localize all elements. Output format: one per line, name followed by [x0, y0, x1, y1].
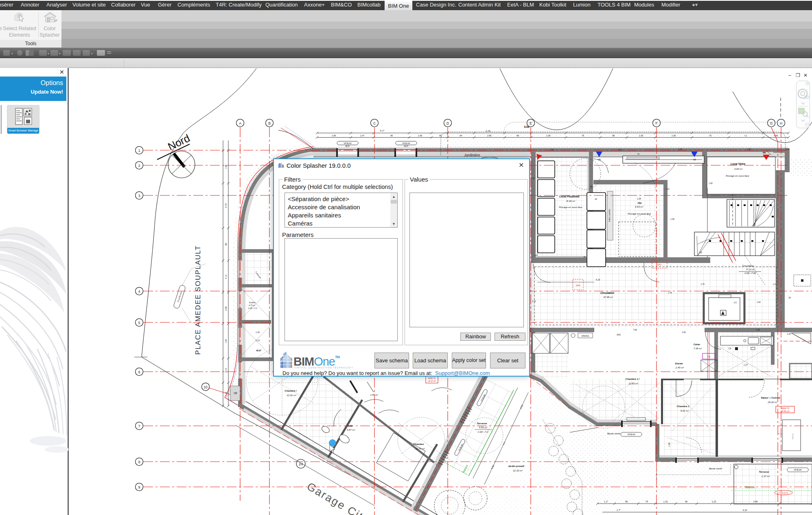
svg-text:2.72: 2.72	[532, 300, 536, 302]
svg-text:Circulation: Circulation	[600, 291, 614, 294]
svg-text:Flocage en sous-face: Flocage en sous-face	[559, 206, 582, 208]
svg-text:3.87 m²: 3.87 m²	[347, 429, 355, 431]
svg-text:26: 26	[534, 254, 537, 257]
svg-text:1.52: 1.52	[757, 301, 761, 303]
svg-text:Chambre 2: Chambre 2	[676, 405, 689, 408]
svg-text:Fenêtre: Fenêtre	[249, 302, 256, 304]
svg-text:hs: hs	[637, 153, 640, 155]
svg-text:96: 96	[612, 134, 615, 137]
svg-text:G: G	[770, 121, 773, 125]
svg-text:VB: VB	[598, 158, 601, 161]
svg-text:26: 26	[788, 296, 791, 299]
svg-text:6.1*: 6.1*	[380, 129, 385, 132]
svg-text:1.18: 1.18	[256, 331, 260, 333]
svg-text:7.04 5.73: 7.04 5.73	[779, 492, 788, 494]
svg-text:1.26: 1.26	[786, 148, 790, 150]
svg-text:6.19: 6.19	[743, 509, 747, 511]
svg-text:VR.BLAN: VR.BLAN	[794, 469, 801, 471]
svg-text:1.1*: 1.1*	[604, 500, 608, 503]
svg-text:1.37 m²: 1.37 m²	[762, 475, 770, 478]
svg-text:1.97: 1.97	[531, 177, 535, 180]
svg-text:CA1: CA1	[657, 263, 662, 266]
svg-text:1.22: 1.22	[712, 500, 716, 503]
svg-text:h.GF ~7.66: h.GF ~7.66	[744, 272, 756, 274]
svg-text:12.01 m²: 12.01 m²	[287, 394, 297, 397]
svg-text:Jardin privatif: Jardin privatif	[508, 465, 525, 467]
svg-text:3.36: 3.36	[550, 149, 554, 151]
svg-text:1.3: 1.3	[773, 283, 776, 285]
svg-text:Bande sterile: Bande sterile	[709, 467, 722, 470]
svg-text:26: 26	[583, 256, 586, 258]
svg-text:VR.BLAN: VR.BLAN	[344, 142, 351, 145]
svg-text:Gaine courettes: Gaine courettes	[608, 208, 611, 222]
svg-text:6: 6	[138, 370, 140, 374]
svg-text:h.GF ~7.1²: h.GF ~7.1²	[478, 431, 489, 433]
svg-text:75: 75	[582, 134, 584, 137]
svg-text:9: 9	[138, 485, 140, 489]
svg-text:3.13: 3.13	[225, 368, 227, 373]
svg-text:2D: 2D	[804, 95, 810, 100]
svg-text:96: 96	[625, 500, 628, 503]
svg-text:CF: CF	[729, 347, 731, 350]
svg-text:7.38 m²: 7.38 m²	[694, 347, 702, 350]
svg-text:1.36: 1.36	[546, 134, 551, 137]
svg-text:+1: +1	[744, 134, 747, 137]
svg-text:1.11: 1.11	[665, 188, 670, 190]
svg-text:5: 5	[138, 321, 140, 325]
svg-text:1.13: 1.13	[225, 392, 227, 397]
svg-text:96: 96	[439, 134, 442, 137]
svg-text:8: 8	[138, 460, 140, 464]
svg-text:Flocage en sous-face: Flocage en sous-face	[726, 175, 749, 177]
svg-text:Local Vélos: Local Vélos	[731, 162, 746, 165]
svg-text:E: E	[530, 121, 532, 125]
svg-text:6.15: 6.15	[596, 278, 600, 281]
svg-text:PLACE AMEDEE SOUPLAULT: PLACE AMEDEE SOUPLAULT	[194, 245, 202, 355]
svg-text:D: D	[446, 121, 449, 125]
svg-text:259x621: 259x621	[581, 335, 589, 337]
svg-text:1.90: 1.90	[682, 331, 686, 333]
svg-text:1.96: 1.96	[332, 134, 336, 137]
svg-text:Celier: Celier	[694, 343, 700, 346]
svg-text:3.36: 3.36	[618, 149, 622, 151]
svg-text:1.13: 1.13	[256, 339, 260, 342]
svg-text:VB: VB	[693, 158, 696, 161]
svg-text:1.28: 1.28	[670, 218, 674, 220]
svg-text:98: 98	[225, 243, 227, 245]
svg-text:7.66: 7.66	[633, 329, 637, 331]
svg-text:8.68: 8.68	[524, 125, 530, 128]
svg-text:1: 1	[138, 149, 140, 153]
svg-text:96: 96	[517, 134, 519, 137]
svg-text:96: 96	[685, 500, 687, 503]
svg-text:+0.17 m²: +0.17 m²	[428, 380, 436, 382]
svg-text:9.31 m²: 9.31 m²	[681, 410, 689, 412]
svg-text:6AD: 6AD	[617, 333, 621, 336]
svg-text:64: 64	[460, 134, 462, 137]
svg-text:Porte: Porte	[792, 434, 794, 440]
svg-text:Terrasse: Terrasse	[477, 422, 487, 425]
svg-text:2.7*: 2.7*	[617, 509, 621, 511]
svg-text:1.54 m²: 1.54 m²	[370, 394, 378, 396]
svg-text:VR.BLAN: VR.BLAN	[627, 434, 635, 436]
svg-text:46.5°: 46.5°	[404, 145, 409, 147]
svg-text:C: C	[373, 121, 376, 125]
svg-text:B: B	[268, 121, 271, 125]
svg-text:-4.73 m²: -4.73 m²	[248, 305, 255, 307]
svg-text:Chambre 1 /: Chambre 1 /	[626, 378, 640, 380]
svg-text:26: 26	[700, 251, 702, 254]
svg-text:4: 4	[138, 289, 140, 294]
svg-text:1.68: 1.68	[668, 443, 670, 447]
svg-text:75: 75	[709, 134, 711, 137]
svg-text:1.5: 1.5	[734, 301, 737, 304]
svg-text:1.16: 1.16	[678, 148, 682, 150]
svg-text:1.94: 1.94	[225, 339, 227, 344]
svg-text:1.92: 1.92	[709, 182, 713, 184]
svg-text:26: 26	[590, 185, 592, 188]
svg-text:1.36: 1.36	[672, 134, 676, 137]
svg-text:H: H	[780, 121, 782, 125]
svg-text:Entrée: Entrée	[675, 362, 683, 365]
svg-text:26: 26	[595, 198, 597, 200]
svg-text:4.12: 4.12	[225, 275, 227, 279]
svg-text:1.16: 1.16	[663, 500, 668, 503]
svg-text:24: 24	[299, 462, 303, 466]
svg-text:Séjour + Cuisine: Séjour + Cuisine	[761, 397, 780, 399]
